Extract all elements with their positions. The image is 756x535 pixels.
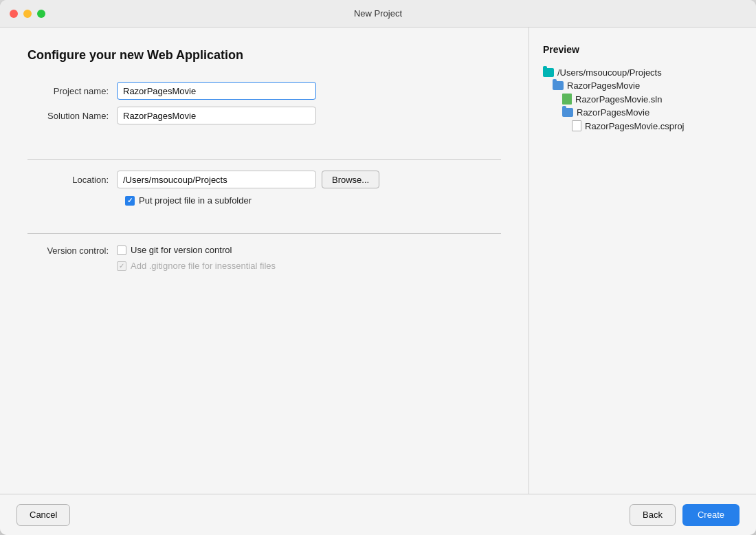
location-input[interactable] (117, 171, 316, 188)
project-name-input[interactable] (117, 82, 316, 100)
close-button[interactable] (10, 10, 18, 18)
divider-2 (27, 233, 501, 234)
project-name-label: Project name: (27, 86, 117, 96)
folder-icon-blue-1 (553, 81, 564, 90)
tree-label-csproj: RazorPagesMovie.csproj (585, 121, 685, 131)
preview-panel: Preview /Users/msoucoup/Projects RazorPa… (529, 28, 756, 494)
maximize-button[interactable] (37, 10, 45, 18)
version-control-section: Version control: Use git for version con… (27, 245, 501, 271)
main-panel: Configure your new Web Application Proje… (0, 28, 529, 494)
folder-icon-teal (543, 68, 554, 77)
footer-right: Back Create (630, 504, 740, 526)
gitignore-checkbox (117, 261, 126, 271)
subfolder-checkbox[interactable] (125, 196, 135, 206)
footer: Cancel Back Create (0, 494, 756, 535)
tree-label-project-folder: RazorPagesMovie (567, 80, 640, 91)
project-name-row: Project name: (27, 82, 501, 100)
location-section: Location: Browse... Put project file in … (27, 171, 501, 206)
tree-item-root: /Users/msoucoup/Projects (543, 66, 742, 79)
version-control-label: Version control: (27, 245, 117, 256)
project-name-section: Project name: Solution Name: (27, 82, 501, 131)
git-checkbox-row: Use git for version control (117, 245, 276, 255)
location-row: Location: Browse... (27, 171, 501, 188)
content: Configure your new Web Application Proje… (0, 28, 756, 494)
solution-name-row: Solution Name: (27, 107, 501, 124)
tree-label-sln: RazorPagesMovie.sln (575, 94, 662, 105)
preview-title: Preview (543, 44, 742, 55)
version-options: Use git for version control Add .gitigno… (117, 245, 276, 271)
titlebar: New Project (0, 0, 756, 28)
location-input-row: Browse... (117, 171, 379, 188)
file-tree: /Users/msoucoup/Projects RazorPagesMovie… (543, 66, 742, 133)
window: New Project Configure your new Web Appli… (0, 0, 756, 535)
gitignore-checkbox-row: Add .gitignore file for inessential file… (117, 261, 276, 271)
divider-1 (27, 159, 501, 160)
back-button[interactable]: Back (630, 504, 676, 526)
tree-item-project-folder: RazorPagesMovie (543, 79, 742, 92)
solution-name-label: Solution Name: (27, 111, 117, 121)
tree-item-sln: RazorPagesMovie.sln (543, 92, 742, 106)
page-title: Configure your new Web Application (27, 48, 501, 63)
git-label: Use git for version control (131, 245, 232, 255)
window-title: New Project (354, 8, 402, 19)
version-control-row: Version control: Use git for version con… (27, 245, 501, 271)
tree-item-csproj: RazorPagesMovie.csproj (543, 119, 742, 133)
subfolder-checkbox-row: Put project file in a subfolder (125, 195, 501, 206)
subfolder-label: Put project file in a subfolder (139, 195, 252, 206)
minimize-button[interactable] (23, 10, 32, 18)
folder-icon-blue-2 (562, 108, 573, 117)
solution-name-input[interactable] (117, 107, 316, 124)
gitignore-label: Add .gitignore file for inessential file… (131, 261, 276, 271)
tree-item-subfolder: RazorPagesMovie (543, 106, 742, 119)
titlebar-buttons (10, 10, 45, 18)
location-label: Location: (27, 175, 117, 185)
create-button[interactable]: Create (682, 504, 740, 526)
git-checkbox[interactable] (117, 245, 126, 255)
cancel-button[interactable]: Cancel (16, 504, 70, 526)
file-icon-sln (562, 94, 572, 105)
browse-button[interactable]: Browse... (322, 171, 379, 188)
tree-label-root: /Users/msoucoup/Projects (557, 67, 662, 78)
tree-label-subfolder: RazorPagesMovie (577, 107, 649, 118)
file-icon-csproj (572, 120, 581, 131)
